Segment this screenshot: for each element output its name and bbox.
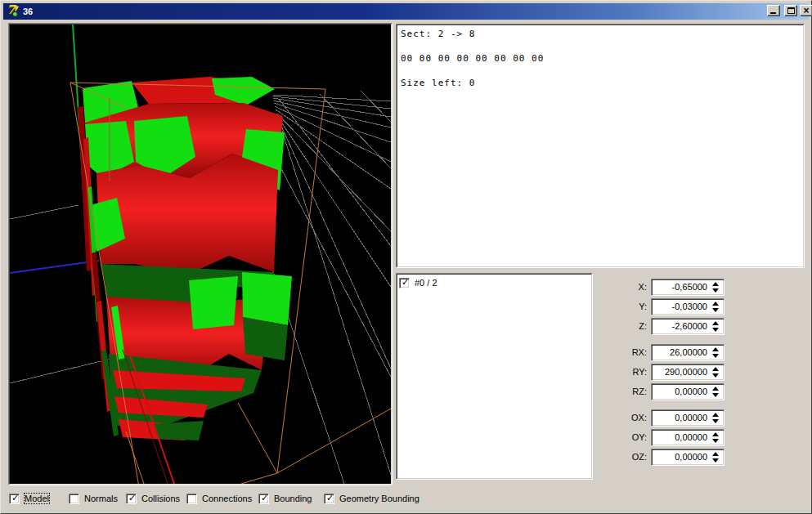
spin-down-icon[interactable] [712,393,719,397]
spin-down-icon[interactable] [712,419,719,423]
minimize-icon [770,12,776,14]
info-line-1: Sect: 2 -> 8 [401,29,475,39]
spin-up-icon[interactable] [712,282,719,286]
viewport-render [10,25,391,484]
x-row: X: -0,65000 [612,279,727,296]
spin-down-icon[interactable] [712,373,719,378]
ry-value: 290,00000 [665,367,707,377]
z-label: Z: [612,321,647,331]
checkbox-collisions-label[interactable]: Collisions [141,494,180,503]
close-icon: × [801,5,812,16]
checkbox-model-label[interactable]: Model [25,494,49,503]
checkbox-geometry-bounding[interactable]: ✓ Geometry Bounding [324,493,419,504]
info-panel: Sect: 2 -> 8 00 00 00 00 00 00 00 00 Siz… [396,24,805,268]
minimize-button[interactable] [767,5,780,16]
y-value: -0,03000 [672,302,707,311]
checkmark-icon: ✓ [128,493,137,503]
spin-down-icon[interactable] [712,308,719,312]
checkbox-bounding[interactable]: ✓ Bounding [258,493,312,504]
rx-spin-field[interactable]: 26,00000 [651,344,725,361]
maximize-icon [787,7,795,14]
window-title: 36 [23,7,33,16]
z-row: Z: -2,60000 [612,318,727,335]
info-textarea[interactable]: Sect: 2 -> 8 00 00 00 00 00 00 00 00 Siz… [397,25,804,267]
oy-spin-field[interactable]: 0,00000 [651,429,725,446]
spin-up-icon[interactable] [712,387,719,391]
y-spin-field[interactable]: -0,03000 [651,298,725,315]
list-item[interactable]: ✓ #0 / 2 [399,276,437,289]
close-button[interactable]: × [800,5,812,16]
spin-up-icon[interactable] [712,347,719,351]
z-spin-field[interactable]: -2,60000 [651,318,725,335]
x-label: X: [612,282,647,292]
rx-label: RX: [612,347,647,357]
green-ball-icon [12,11,18,17]
oz-value: 0,00000 [675,452,707,462]
spin-down-icon[interactable] [712,439,719,443]
spin-up-icon[interactable] [712,321,719,325]
y-row: Y: -0,03000 [612,298,727,315]
rz-spin-field[interactable]: 0,00000 [651,383,725,400]
viewport-3d[interactable] [9,24,392,485]
checkmark-icon: ✓ [401,277,410,288]
checkbox-geometry-bounding-label[interactable]: Geometry Bounding [339,494,419,503]
spin-up-icon[interactable] [712,432,719,436]
object-listbox[interactable]: ✓ #0 / 2 [397,274,592,479]
oz-row: OZ: 0,00000 [612,449,727,466]
info-line-3: Size left: 0 [401,78,475,88]
oz-label: OZ: [612,452,647,462]
object-list: ✓ #0 / 2 [396,273,593,480]
maximize-button[interactable] [784,5,797,16]
spin-down-icon[interactable] [712,328,719,332]
checkmark-icon: ✓ [11,493,20,503]
info-line-2: 00 00 00 00 00 00 00 00 [401,53,544,64]
spin-down-icon[interactable] [712,288,719,293]
oz-spin-field[interactable]: 0,00000 [651,449,725,466]
spin-down-icon[interactable] [712,458,719,463]
checkbox-normals-label[interactable]: Normals [84,494,118,503]
y-label: Y: [612,302,647,311]
ox-label: OX: [612,413,647,422]
z-value: -2,60000 [672,321,707,331]
spin-down-icon[interactable] [712,354,719,358]
checkbox-normals[interactable]: Normals [69,493,118,504]
rz-value: 0,00000 [675,387,707,396]
checkbox-collisions[interactable]: ✓ Collisions [126,493,180,504]
rz-row: RZ: 0,00000 [612,383,727,400]
oy-row: OY: 0,00000 [612,429,727,446]
viewport-panel [8,23,393,485]
rx-value: 26,00000 [670,347,707,357]
ox-value: 0,00000 [675,413,707,422]
ry-label: RY: [612,367,647,377]
x-value: -0,65000 [672,282,707,292]
object-checkbox[interactable]: ✓ [399,278,410,288]
spin-up-icon[interactable] [712,413,719,417]
spin-up-icon[interactable] [712,367,719,371]
app-window: 7 36 × [0,0,812,514]
checkbox-model[interactable]: ✓ Model [9,493,49,504]
x-spin-field[interactable]: -0,65000 [651,279,725,296]
checkbox-connections-label[interactable]: Connections [202,494,252,503]
ry-spin-field[interactable]: 290,00000 [651,364,725,381]
checkmark-icon: ✓ [325,493,334,503]
checkbox-bounding-label[interactable]: Bounding [274,494,312,503]
title-bar[interactable]: 7 36 [3,3,809,20]
info-text: Sect: 2 -> 8 00 00 00 00 00 00 00 00 Siz… [401,28,544,89]
oy-value: 0,00000 [675,432,707,442]
ry-row: RY: 290,00000 [612,364,727,381]
rz-label: RZ: [612,387,647,396]
app-icon: 7 [6,5,19,18]
spin-up-icon[interactable] [712,452,719,456]
spin-up-icon[interactable] [712,302,719,306]
object-label: #0 / 2 [415,278,437,288]
oy-label: OY: [612,432,647,442]
rx-row: RX: 26,00000 [612,344,727,361]
checkmark-icon: ✓ [260,493,269,503]
ox-spin-field[interactable]: 0,00000 [651,409,725,427]
checkbox-connections[interactable]: Connections [186,493,252,504]
ox-row: OX: 0,00000 [612,409,727,427]
